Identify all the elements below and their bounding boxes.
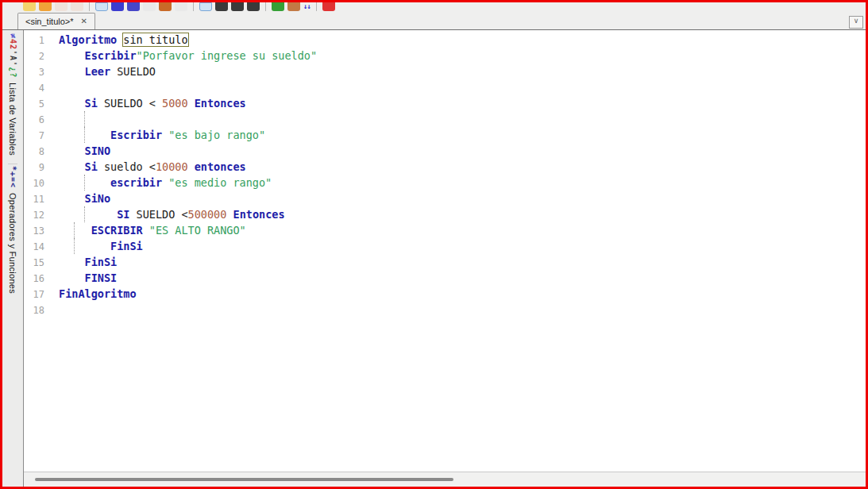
separator	[316, 2, 317, 11]
editor-column: 1Algoritmo sin_titulo2 Escribir"Porfavor…	[24, 30, 866, 487]
tool-icon[interactable]	[231, 2, 244, 11]
code-token-kw: Si	[85, 160, 98, 173]
tab-close-icon[interactable]: ✕	[81, 17, 87, 25]
sidebar-tab-lista-de-variables[interactable]: ≠42'A'¿?Lista de Variables	[8, 32, 17, 164]
code-token-plain: sueldo <	[98, 160, 156, 173]
code-line-16[interactable]: 16 FINSI	[24, 270, 866, 286]
cut-icon[interactable]	[127, 2, 140, 11]
line-number: 7	[24, 128, 44, 144]
redo-icon[interactable]	[111, 2, 124, 11]
code-token-kw: FINSI	[85, 271, 118, 284]
sidebar-tab-glyphs-icon: *+=<	[9, 166, 17, 188]
line-number: 9	[24, 160, 44, 175]
code-token-plain	[226, 208, 233, 221]
code-token-str: "Porfavor ingrese su sueldo"	[137, 49, 318, 62]
indent-guide	[84, 111, 85, 127]
code-token-str: "ES ALTO RANGO"	[149, 224, 246, 237]
horizontal-scrollbar[interactable]	[24, 472, 866, 487]
code-line-13[interactable]: 13 ESCRIBIR "ES ALTO RANGO"	[24, 222, 866, 238]
code-line-5[interactable]: 5 Si SUELDO < 5000 Entonces	[24, 95, 866, 111]
code-line-3[interactable]: 3 Leer SUELDO	[24, 64, 866, 79]
copy-icon[interactable]	[143, 2, 156, 11]
toolbar: ↓↓	[2, 2, 866, 13]
code-token-kw: SiNo	[85, 192, 111, 205]
save-icon[interactable]	[55, 2, 68, 11]
line-number: 1	[24, 33, 44, 48]
code-token-plain	[188, 160, 195, 173]
line-number: 10	[24, 175, 44, 191]
flowchart-icon[interactable]	[199, 2, 212, 11]
separator	[265, 2, 266, 11]
scrollbar-thumb[interactable]	[35, 478, 453, 481]
indent-guide	[84, 206, 85, 222]
side-panel-tab-strip: ≠42'A'¿?Lista de Variables*+=<Operadores…	[2, 30, 24, 487]
code-token-plain	[59, 160, 85, 173]
code-token-kw: Escribir	[85, 49, 137, 62]
code-line-1[interactable]: 1Algoritmo sin_titulo	[24, 32, 866, 48]
code-token-plain	[59, 256, 85, 268]
run-icon[interactable]	[272, 2, 284, 11]
tool-icon[interactable]	[247, 2, 260, 11]
code-line-17[interactable]: 17FinAlgoritmo	[24, 286, 866, 302]
code-line-4[interactable]: 4	[24, 79, 866, 95]
code-token-plain	[188, 97, 195, 110]
sidebar-tab-operadores-y-funciones[interactable]: *+=<Operadores y Funciones	[8, 164, 17, 302]
code-token-plain	[59, 271, 85, 284]
code-line-15[interactable]: 15 FinSi	[24, 254, 866, 270]
code-token-plain	[59, 49, 85, 62]
indent-guide	[74, 238, 75, 254]
code-line-14[interactable]: 14 FinSi	[24, 238, 866, 254]
line-number: 17	[24, 287, 44, 302]
code-token-kw: FinAlgoritmo	[59, 287, 137, 300]
code-token-num: 10000	[156, 160, 188, 173]
code-token-kw: ESCRIBIR	[91, 224, 143, 237]
help-icon[interactable]	[322, 2, 335, 11]
tab-sin-titulo[interactable]: <sin_titulo>* ✕	[17, 13, 95, 29]
code-line-8[interactable]: 8 SINO	[24, 143, 866, 159]
code-token-kw: entonces	[195, 160, 246, 173]
indent-guide	[84, 127, 85, 143]
code-token-kw: Escribir	[110, 129, 162, 141]
line-number: 15	[24, 255, 44, 271]
code-token-plain: SUELDO <	[98, 97, 162, 110]
code-line-11[interactable]: 11 SiNo	[24, 191, 866, 206]
code-line-18[interactable]: 18	[24, 302, 866, 318]
code-token-kw: FinSi	[85, 256, 118, 268]
code-line-6[interactable]: 6	[24, 111, 866, 127]
line-number: 8	[24, 144, 44, 160]
save-all-icon[interactable]	[71, 2, 83, 11]
code-token-kw: Entonces	[195, 97, 246, 110]
indent-guide	[84, 175, 85, 191]
indent-guide	[74, 222, 75, 238]
code-line-7[interactable]: 7 Escribir "es bajo rango"	[24, 127, 866, 143]
algorithm-name-highlight: sin_titulo	[123, 33, 187, 46]
code-line-9[interactable]: 9 Si sueldo <10000 entonces	[24, 159, 866, 175]
code-editor[interactable]: 1Algoritmo sin_titulo2 Escribir"Porfavor…	[24, 30, 866, 472]
edit-icon[interactable]	[175, 2, 187, 11]
sidebar-tab-label: Operadores y Funciones	[8, 193, 17, 294]
code-line-12[interactable]: 12 SI SUELDO <500000 Entonces	[24, 206, 866, 222]
new-file-icon[interactable]	[23, 2, 36, 11]
code-line-2[interactable]: 2 Escribir"Porfavor ingrese su sueldo"	[24, 48, 866, 64]
run-arrows-icon[interactable]: ↓↓	[303, 2, 311, 11]
line-number: 16	[24, 271, 44, 287]
code-line-10[interactable]: 10 escribir "es medio rango"	[24, 175, 866, 191]
tool-icon[interactable]	[215, 2, 228, 11]
open-file-icon[interactable]	[39, 2, 52, 11]
line-number: 3	[24, 64, 44, 80]
line-number: 6	[24, 112, 44, 128]
code-token-kw: Entonces	[233, 208, 285, 221]
code-token-plain	[59, 208, 117, 221]
code-token-plain	[59, 192, 85, 205]
paste-icon[interactable]	[159, 2, 172, 11]
tab-label: <sin_titulo>*	[25, 17, 74, 26]
tab-list-dropdown-button[interactable]: ∨	[849, 16, 863, 29]
line-number: 18	[24, 302, 44, 318]
line-number: 5	[24, 96, 44, 112]
code-token-plain	[59, 224, 91, 237]
step-run-icon[interactable]	[287, 2, 300, 11]
separator	[193, 2, 194, 11]
code-token-kw: escribir	[110, 176, 162, 189]
undo-icon[interactable]	[95, 2, 108, 11]
line-number: 13	[24, 223, 44, 239]
